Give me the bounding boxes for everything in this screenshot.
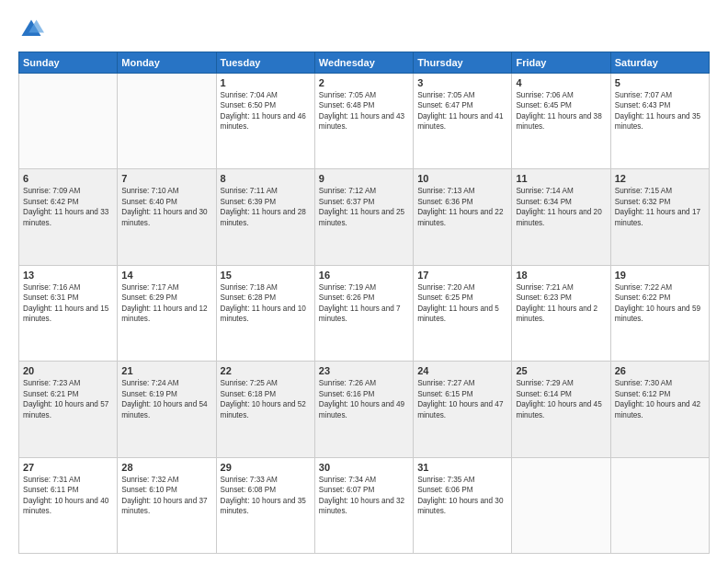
day-detail: Sunrise: 7:29 AM Sunset: 6:14 PM Dayligh… [516,378,606,420]
calendar-cell: 17Sunrise: 7:20 AM Sunset: 6:25 PM Dayli… [414,265,512,361]
calendar-cell: 24Sunrise: 7:27 AM Sunset: 6:15 PM Dayli… [414,362,512,457]
weekday-header-thursday: Thursday [414,52,512,74]
day-detail: Sunrise: 7:07 AM Sunset: 6:43 PM Dayligh… [615,90,705,132]
calendar-cell: 21Sunrise: 7:24 AM Sunset: 6:19 PM Dayli… [118,362,216,457]
calendar-week-row: 27Sunrise: 7:31 AM Sunset: 6:11 PM Dayli… [19,457,710,553]
day-detail: Sunrise: 7:30 AM Sunset: 6:12 PM Dayligh… [615,378,705,420]
day-number: 8 [221,173,311,184]
weekday-header-friday: Friday [512,52,610,74]
calendar-cell: 29Sunrise: 7:33 AM Sunset: 6:08 PM Dayli… [216,457,314,553]
weekday-header-sunday: Sunday [19,52,118,74]
calendar-cell: 12Sunrise: 7:15 AM Sunset: 6:32 PM Dayli… [610,169,709,265]
day-number: 10 [417,173,507,184]
calendar-cell: 30Sunrise: 7:34 AM Sunset: 6:07 PM Dayli… [314,457,413,553]
day-detail: Sunrise: 7:24 AM Sunset: 6:19 PM Dayligh… [121,378,211,420]
day-detail: Sunrise: 7:16 AM Sunset: 6:31 PM Dayligh… [23,282,113,325]
calendar-cell: 19Sunrise: 7:22 AM Sunset: 6:22 PM Dayli… [610,265,709,361]
day-detail: Sunrise: 7:04 AM Sunset: 6:50 PM Dayligh… [221,90,311,132]
day-detail: Sunrise: 7:33 AM Sunset: 6:08 PM Dayligh… [221,475,311,517]
day-detail: Sunrise: 7:06 AM Sunset: 6:45 PM Dayligh… [516,90,606,132]
day-detail: Sunrise: 7:34 AM Sunset: 6:07 PM Dayligh… [319,475,409,517]
weekday-header-tuesday: Tuesday [216,52,314,74]
page: SundayMondayTuesdayWednesdayThursdayFrid… [0,0,728,563]
day-number: 25 [516,365,606,376]
day-number: 24 [417,365,507,376]
day-detail: Sunrise: 7:32 AM Sunset: 6:10 PM Dayligh… [121,475,211,517]
calendar-cell: 31Sunrise: 7:35 AM Sunset: 6:06 PM Dayli… [414,457,512,553]
calendar-cell: 10Sunrise: 7:13 AM Sunset: 6:36 PM Dayli… [414,169,512,265]
calendar-cell: 23Sunrise: 7:26 AM Sunset: 6:16 PM Dayli… [314,362,413,457]
day-number: 12 [615,173,705,184]
day-number: 15 [221,270,311,281]
day-number: 3 [417,77,507,88]
calendar-week-row: 20Sunrise: 7:23 AM Sunset: 6:21 PM Dayli… [19,362,710,457]
calendar-cell: 18Sunrise: 7:21 AM Sunset: 6:23 PM Dayli… [512,265,610,361]
calendar-week-row: 13Sunrise: 7:16 AM Sunset: 6:31 PM Dayli… [19,265,710,361]
day-detail: Sunrise: 7:31 AM Sunset: 6:11 PM Dayligh… [23,475,113,517]
day-number: 1 [221,77,311,88]
day-number: 30 [319,462,409,473]
weekday-header-monday: Monday [118,52,216,74]
day-number: 4 [516,77,606,88]
calendar-cell [610,457,709,553]
day-detail: Sunrise: 7:05 AM Sunset: 6:48 PM Dayligh… [319,90,409,132]
day-number: 31 [417,462,507,473]
logo [18,17,48,42]
calendar-week-row: 1Sunrise: 7:04 AM Sunset: 6:50 PM Daylig… [19,74,710,169]
calendar-cell [19,74,118,169]
day-detail: Sunrise: 7:22 AM Sunset: 6:22 PM Dayligh… [615,282,705,325]
day-number: 13 [23,270,113,281]
day-number: 14 [121,270,211,281]
day-number: 9 [319,173,409,184]
calendar-week-row: 6Sunrise: 7:09 AM Sunset: 6:42 PM Daylig… [19,169,710,265]
day-number: 23 [319,365,409,376]
day-detail: Sunrise: 7:15 AM Sunset: 6:32 PM Dayligh… [615,186,705,228]
calendar-cell: 14Sunrise: 7:17 AM Sunset: 6:29 PM Dayli… [118,265,216,361]
day-detail: Sunrise: 7:23 AM Sunset: 6:21 PM Dayligh… [23,378,113,420]
day-detail: Sunrise: 7:20 AM Sunset: 6:25 PM Dayligh… [417,282,507,325]
day-number: 21 [121,365,211,376]
calendar-cell: 28Sunrise: 7:32 AM Sunset: 6:10 PM Dayli… [118,457,216,553]
day-number: 6 [23,173,113,184]
day-number: 28 [121,462,211,473]
day-number: 11 [516,173,606,184]
calendar-cell: 16Sunrise: 7:19 AM Sunset: 6:26 PM Dayli… [314,265,413,361]
day-detail: Sunrise: 7:13 AM Sunset: 6:36 PM Dayligh… [417,186,507,228]
calendar-cell: 27Sunrise: 7:31 AM Sunset: 6:11 PM Dayli… [19,457,118,553]
calendar-cell: 13Sunrise: 7:16 AM Sunset: 6:31 PM Dayli… [19,265,118,361]
day-detail: Sunrise: 7:12 AM Sunset: 6:37 PM Dayligh… [319,186,409,228]
calendar-cell: 2Sunrise: 7:05 AM Sunset: 6:48 PM Daylig… [314,74,413,169]
day-detail: Sunrise: 7:21 AM Sunset: 6:23 PM Dayligh… [516,282,606,325]
day-detail: Sunrise: 7:26 AM Sunset: 6:16 PM Dayligh… [319,378,409,420]
calendar-cell: 22Sunrise: 7:25 AM Sunset: 6:18 PM Dayli… [216,362,314,457]
calendar-cell: 9Sunrise: 7:12 AM Sunset: 6:37 PM Daylig… [314,169,413,265]
calendar-cell [512,457,610,553]
day-detail: Sunrise: 7:19 AM Sunset: 6:26 PM Dayligh… [319,282,409,325]
day-number: 27 [23,462,113,473]
day-detail: Sunrise: 7:35 AM Sunset: 6:06 PM Dayligh… [417,475,507,517]
day-number: 7 [121,173,211,184]
day-detail: Sunrise: 7:09 AM Sunset: 6:42 PM Dayligh… [23,186,113,228]
calendar-cell: 4Sunrise: 7:06 AM Sunset: 6:45 PM Daylig… [512,74,610,169]
calendar-cell: 20Sunrise: 7:23 AM Sunset: 6:21 PM Dayli… [19,362,118,457]
day-number: 18 [516,270,606,281]
day-detail: Sunrise: 7:27 AM Sunset: 6:15 PM Dayligh… [417,378,507,420]
day-number: 17 [417,270,507,281]
calendar-cell: 1Sunrise: 7:04 AM Sunset: 6:50 PM Daylig… [216,74,314,169]
day-detail: Sunrise: 7:10 AM Sunset: 6:40 PM Dayligh… [121,186,211,228]
calendar-cell: 3Sunrise: 7:05 AM Sunset: 6:47 PM Daylig… [414,74,512,169]
day-detail: Sunrise: 7:18 AM Sunset: 6:28 PM Dayligh… [221,282,311,325]
calendar-cell: 5Sunrise: 7:07 AM Sunset: 6:43 PM Daylig… [610,74,709,169]
day-number: 16 [319,270,409,281]
logo-icon [18,17,44,42]
weekday-header-saturday: Saturday [610,52,709,74]
weekday-header-row: SundayMondayTuesdayWednesdayThursdayFrid… [19,52,710,74]
day-detail: Sunrise: 7:14 AM Sunset: 6:34 PM Dayligh… [516,186,606,228]
day-number: 20 [23,365,113,376]
calendar-cell: 25Sunrise: 7:29 AM Sunset: 6:14 PM Dayli… [512,362,610,457]
day-detail: Sunrise: 7:17 AM Sunset: 6:29 PM Dayligh… [121,282,211,325]
day-detail: Sunrise: 7:05 AM Sunset: 6:47 PM Dayligh… [417,90,507,132]
day-detail: Sunrise: 7:25 AM Sunset: 6:18 PM Dayligh… [221,378,311,420]
calendar-cell: 7Sunrise: 7:10 AM Sunset: 6:40 PM Daylig… [118,169,216,265]
calendar-cell: 8Sunrise: 7:11 AM Sunset: 6:39 PM Daylig… [216,169,314,265]
